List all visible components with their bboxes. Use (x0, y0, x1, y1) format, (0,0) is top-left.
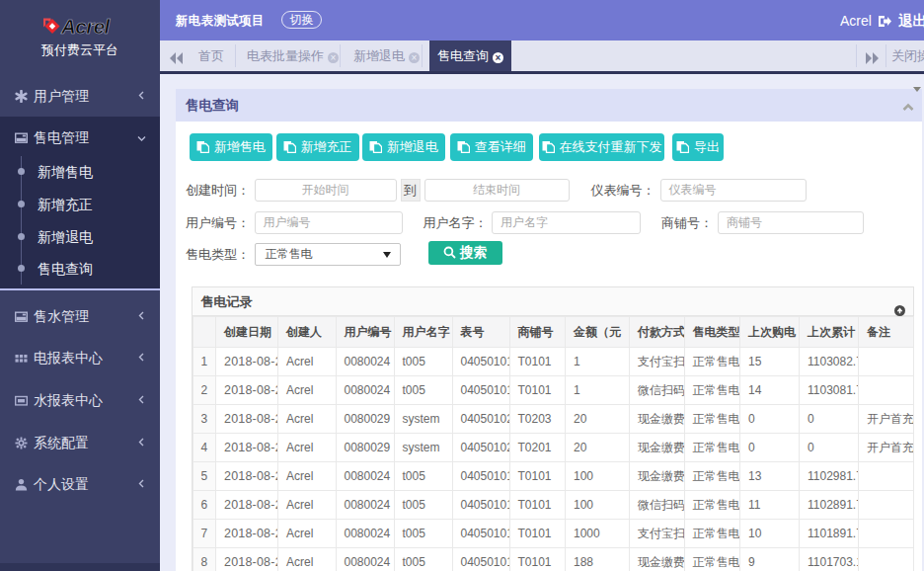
svg-text:Acrel: Acrel (60, 17, 112, 37)
